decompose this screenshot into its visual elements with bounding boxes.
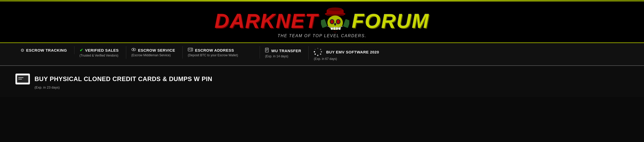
nav-item-escrow-service[interactable]: ESCROW SERVICE (Escrow Middleman Service… bbox=[126, 46, 183, 59]
nav-buy-emv-title: BUY EMV SOFTWARE 2020 bbox=[314, 48, 379, 56]
nav-escrow-service-title: ESCROW SERVICE bbox=[131, 48, 175, 52]
svg-rect-11 bbox=[333, 27, 335, 30]
logo-forum: FORUM bbox=[352, 9, 429, 33]
nav-escrow-address-title: ESCROW ADDRESS bbox=[188, 48, 234, 52]
nav-item-escrow-tracking[interactable]: ⊙ ESCROW TRACKING bbox=[15, 46, 74, 54]
nav-buy-emv-subtitle: (Exp. in 67 days) bbox=[314, 57, 337, 61]
logo-text: DARKNET bbox=[215, 7, 429, 35]
id-card-icon bbox=[188, 48, 193, 52]
nav-escrow-service-subtitle: (Escrow Middleman Service) bbox=[131, 53, 171, 57]
promo-title: BUY PHYSICAL CLONED CREDIT CARDS & DUMPS… bbox=[35, 75, 212, 83]
content-area: BUY PHYSICAL CLONED CREDIT CARDS & DUMPS… bbox=[0, 66, 644, 97]
logo-darknet: DARKNET bbox=[215, 9, 318, 33]
loading-spinner-icon bbox=[314, 48, 322, 56]
nav-verified-sales-subtitle: (Trusted & Verified Vendors) bbox=[80, 54, 118, 57]
credit-card-inner-icon bbox=[17, 75, 29, 83]
globe-icon: ⊙ bbox=[21, 48, 24, 53]
svg-point-7 bbox=[331, 20, 334, 23]
svg-rect-14 bbox=[321, 19, 327, 28]
nav-item-escrow-address[interactable]: ESCROW ADDRESS (Deposit BTC to your Escr… bbox=[183, 46, 260, 59]
nav-item-buy-emv[interactable]: BUY EMV SOFTWARE 2020 (Exp. in 67 days) bbox=[309, 46, 386, 62]
navbar: ⊙ ESCROW TRACKING ✔ VERIFIED SALES (Trus… bbox=[0, 43, 644, 66]
svg-rect-15 bbox=[343, 19, 349, 28]
svg-point-9 bbox=[334, 23, 336, 26]
svg-rect-20 bbox=[189, 49, 190, 50]
nav-verified-sales-title: ✔ VERIFIED SALES bbox=[80, 48, 119, 53]
nav-escrow-address-subtitle: (Deposit BTC to your Escrow Wallet) bbox=[188, 53, 238, 57]
nav-wu-transfer-subtitle: (Exp. in 14 days) bbox=[265, 54, 288, 58]
svg-point-2 bbox=[328, 7, 342, 11]
promo-title-row: BUY PHYSICAL CLONED CREDIT CARDS & DUMPS… bbox=[15, 74, 212, 84]
svg-point-18 bbox=[133, 49, 134, 50]
promo-subtitle: (Exp. in 23 days) bbox=[35, 85, 60, 89]
svg-rect-12 bbox=[336, 27, 338, 30]
logo-subtitle: THE TEAM OF TOP LEVEL CARDERS. bbox=[278, 34, 367, 38]
promo-credit-cards[interactable]: BUY PHYSICAL CLONED CREDIT CARDS & DUMPS… bbox=[15, 74, 629, 89]
doc-icon bbox=[265, 48, 269, 53]
eye-icon bbox=[131, 48, 136, 52]
logo-skull-icon bbox=[321, 7, 349, 35]
nav-item-verified-sales[interactable]: ✔ VERIFIED SALES (Trusted & Verified Ven… bbox=[74, 46, 126, 59]
nav-escrow-tracking-title: ⊙ ESCROW TRACKING bbox=[21, 48, 67, 53]
svg-rect-24 bbox=[265, 48, 268, 52]
site-header: DARKNET bbox=[0, 2, 644, 43]
svg-point-8 bbox=[337, 20, 340, 23]
credit-card-icon bbox=[15, 74, 30, 84]
nav-wu-transfer-title: WU TRANSFER bbox=[265, 48, 301, 53]
check-icon: ✔ bbox=[80, 48, 83, 53]
nav-item-wu-transfer[interactable]: WU TRANSFER (Exp. in 14 days) bbox=[260, 46, 309, 60]
logo-container: DARKNET bbox=[215, 7, 429, 38]
svg-marker-16 bbox=[333, 31, 338, 33]
